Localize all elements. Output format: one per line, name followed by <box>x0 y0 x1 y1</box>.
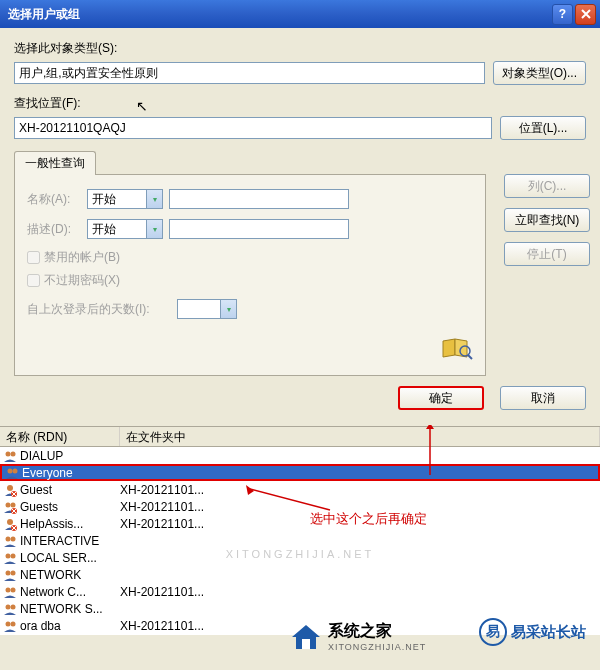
logo-easck: 易 易采站长站 <box>479 618 586 646</box>
principal-icon <box>2 500 18 514</box>
result-name: DIALUP <box>20 449 120 463</box>
columns-button: 列(C)... <box>504 174 590 198</box>
book-search-icon[interactable] <box>441 337 473 361</box>
result-name: Guests <box>20 500 120 514</box>
svg-point-23 <box>6 621 11 626</box>
house-icon <box>290 623 322 651</box>
result-name: Guest <box>20 483 120 497</box>
name-match-combo[interactable]: 开始▾ <box>87 189 163 209</box>
location-button[interactable]: 位置(L)... <box>500 116 586 140</box>
tabs: 一般性查询 <box>14 150 586 174</box>
principal-icon <box>2 619 18 633</box>
principal-icon <box>2 483 18 497</box>
lastlogin-combo[interactable]: ▾ <box>177 299 237 319</box>
ok-button[interactable]: 确定 <box>398 386 484 410</box>
svg-point-18 <box>11 570 16 575</box>
result-row[interactable]: Everyone <box>0 464 600 481</box>
principal-icon <box>2 449 18 463</box>
result-row[interactable]: HelpAssis...XH-20121101... <box>0 515 600 532</box>
lastlogin-label: 自上次登录后的天数(I): <box>27 301 177 318</box>
result-row[interactable]: DIALUP <box>0 447 600 464</box>
svg-point-20 <box>11 587 16 592</box>
cancel-button[interactable]: 取消 <box>500 386 586 410</box>
svg-point-11 <box>7 519 13 525</box>
dialog-body: 选择此对象类型(S): 用户,组,或内置安全性原则 对象类型(O)... 查找位… <box>0 28 600 426</box>
close-button[interactable] <box>575 4 596 25</box>
result-folder: XH-20121101... <box>120 483 204 497</box>
svg-rect-29 <box>302 639 310 649</box>
svg-point-19 <box>6 587 11 592</box>
result-name: ora dba <box>20 619 120 633</box>
noexpire-password-label: 不过期密码(X) <box>44 272 120 289</box>
chevron-down-icon: ▾ <box>220 300 236 318</box>
result-name: NETWORK S... <box>20 602 120 616</box>
location-label: 查找位置(F): <box>14 95 586 112</box>
query-panel: 名称(A): 开始▾ 描述(D): 开始▾ 禁用的帐户(B) 不过期密码(X) <box>14 174 486 376</box>
svg-point-16 <box>11 553 16 558</box>
desc-label: 描述(D): <box>27 221 87 238</box>
principal-icon <box>2 517 18 531</box>
titlebar: 选择用户或组 ? <box>0 0 600 28</box>
result-name: HelpAssis... <box>20 517 120 531</box>
result-folder: XH-20121101... <box>120 619 204 633</box>
svg-point-2 <box>6 451 11 456</box>
result-name: Everyone <box>22 466 122 480</box>
annotation-text: 选中这个之后再确定 <box>310 510 427 528</box>
svg-point-4 <box>8 468 13 473</box>
principal-icon <box>2 551 18 565</box>
svg-point-5 <box>13 468 18 473</box>
result-folder: XH-20121101... <box>120 517 204 531</box>
name-input[interactable] <box>169 189 349 209</box>
logo-easck-icon: 易 <box>479 618 507 646</box>
result-row[interactable]: GuestsXH-20121101... <box>0 498 600 515</box>
stop-button: 停止(T) <box>504 242 590 266</box>
svg-line-1 <box>468 355 472 359</box>
svg-point-24 <box>11 621 16 626</box>
watermark: XITONGZHIJIA.NET <box>226 548 375 560</box>
result-name: NETWORK <box>20 568 120 582</box>
principal-icon <box>4 466 20 480</box>
svg-point-9 <box>11 502 16 507</box>
disabled-accounts-checkbox <box>27 251 40 264</box>
object-type-label: 选择此对象类型(S): <box>14 40 586 57</box>
svg-point-17 <box>6 570 11 575</box>
result-row[interactable]: GuestXH-20121101... <box>0 481 600 498</box>
location-field: XH-20121101QAQJ <box>14 117 492 139</box>
result-row[interactable]: INTERACTIVE <box>0 532 600 549</box>
desc-input[interactable] <box>169 219 349 239</box>
result-row[interactable]: Network C...XH-20121101... <box>0 583 600 600</box>
desc-match-combo[interactable]: 开始▾ <box>87 219 163 239</box>
find-now-button[interactable]: 立即查找(N) <box>504 208 590 232</box>
svg-point-21 <box>6 604 11 609</box>
tab-common-query[interactable]: 一般性查询 <box>14 151 96 175</box>
result-name: LOCAL SER... <box>20 551 120 565</box>
column-folder[interactable]: 在文件夹中 <box>120 427 600 446</box>
window-title: 选择用户或组 <box>4 6 550 23</box>
principal-icon <box>2 568 18 582</box>
svg-point-13 <box>6 536 11 541</box>
name-label: 名称(A): <box>27 191 87 208</box>
svg-point-6 <box>7 485 13 491</box>
result-row[interactable]: NETWORK S... <box>0 600 600 617</box>
chevron-down-icon: ▾ <box>146 220 162 238</box>
result-name: Network C... <box>20 585 120 599</box>
result-row[interactable]: NETWORK <box>0 566 600 583</box>
column-name[interactable]: 名称 (RDN) <box>0 427 120 446</box>
principal-icon <box>2 585 18 599</box>
logo-xitongzhijia: 系统之家 XITONGZHIJIA.NET <box>290 621 426 652</box>
results-header: 名称 (RDN) 在文件夹中 <box>0 427 600 447</box>
help-button[interactable]: ? <box>552 4 573 25</box>
results-list: 名称 (RDN) 在文件夹中 DIALUPEveryoneGuestXH-201… <box>0 426 600 635</box>
svg-point-3 <box>11 451 16 456</box>
svg-point-22 <box>11 604 16 609</box>
disabled-accounts-label: 禁用的帐户(B) <box>44 249 120 266</box>
object-type-button[interactable]: 对象类型(O)... <box>493 61 586 85</box>
chevron-down-icon: ▾ <box>146 190 162 208</box>
svg-point-14 <box>11 536 16 541</box>
noexpire-password-checkbox <box>27 274 40 287</box>
result-name: INTERACTIVE <box>20 534 120 548</box>
svg-point-8 <box>6 502 11 507</box>
principal-icon <box>2 602 18 616</box>
result-folder: XH-20121101... <box>120 500 204 514</box>
principal-icon <box>2 534 18 548</box>
